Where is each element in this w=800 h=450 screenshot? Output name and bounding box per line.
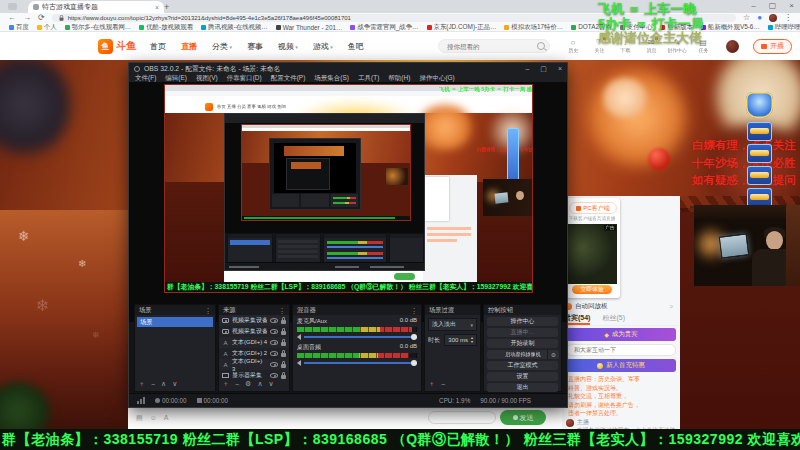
source-row[interactable]: 视频采集设备 2 — [219, 326, 289, 337]
visibility-eye-icon[interactable] — [270, 318, 278, 323]
obs-window[interactable]: OBS 32.0.2 - 配置文件: 未命名 - 场景: 未命名 – ▢ × 文… — [128, 62, 568, 408]
scene-item-selected[interactable]: 场景 — [137, 317, 213, 327]
danmu-settings-icon[interactable]: ▤ — [136, 414, 143, 422]
lock-icon[interactable] — [281, 342, 286, 346]
scene-down-icon[interactable]: ∨ — [172, 380, 177, 388]
bookmark-item[interactable]: 腾讯视频-在线视频… — [201, 23, 268, 32]
visibility-eye-icon[interactable] — [270, 373, 278, 378]
exit-button[interactable]: 退出 — [487, 383, 558, 392]
new-tab-button[interactable]: + — [164, 2, 169, 12]
font-style-icon[interactable]: A — [164, 414, 169, 422]
add-source-icon[interactable]: ＋ — [222, 379, 229, 389]
bookmark-item[interactable]: 优酷-放视频观看 — [139, 23, 193, 32]
nav-esports[interactable]: 赛事 — [247, 41, 263, 52]
visibility-eye-icon[interactable] — [270, 362, 278, 367]
promo-ad-card[interactable]: PC客户端 下载客户端看高清直播 广告 立即体验 — [564, 198, 620, 298]
duration-spinner[interactable]: 300 ms▴▾ — [444, 334, 477, 346]
obs-menu-file[interactable]: 文件(F) — [135, 74, 156, 83]
nav-video[interactable]: 视频 ▾ — [278, 41, 298, 52]
visibility-eye-icon[interactable] — [270, 351, 278, 356]
remove-scene-icon[interactable]: − — [151, 381, 155, 388]
obs-menu-docks[interactable]: 停靠窗口(D) — [227, 74, 262, 83]
source-row[interactable]: A文本(GDI+) 3 — [219, 359, 289, 370]
send-danmaku-button[interactable]: 发送 — [500, 410, 546, 425]
virtual-camera-settings-icon[interactable]: ⚙ — [547, 350, 559, 359]
tab-search-icon[interactable] — [8, 3, 17, 10]
lock-icon[interactable] — [281, 353, 286, 357]
visibility-eye-icon[interactable] — [270, 340, 278, 345]
bookmark-item[interactable]: 个人 — [37, 23, 57, 32]
bookmark-item[interactable]: 战争雷霆官网_战争… — [350, 23, 418, 32]
noble-banner[interactable]: 新人首充特惠 — [566, 359, 676, 372]
bookmark-item[interactable]: 百度 — [9, 23, 29, 32]
bookmark-item[interactable]: War Thunder - 201… — [276, 24, 343, 31]
obs-preview-area[interactable]: 首页 直播 分类 赛事 视频 游戏 鱼吧 — [129, 83, 567, 322]
add-transition-icon[interactable]: ＋ — [428, 379, 435, 389]
remove-source-icon[interactable]: − — [235, 381, 239, 388]
ad-image[interactable]: 广告 — [567, 224, 617, 284]
lock-icon[interactable] — [281, 375, 286, 379]
virtual-camera-button[interactable]: 启动虚拟摄像机⚙ — [487, 350, 558, 359]
chat-input[interactable] — [572, 346, 670, 354]
search-input[interactable] — [445, 42, 533, 51]
obs-menu-action-center[interactable]: 操作中心(G) — [419, 74, 454, 83]
vip-banner[interactable]: ◆成为贵宾 — [566, 328, 676, 341]
nav-live[interactable]: 直播 — [181, 41, 197, 52]
obs-menu-help[interactable]: 帮助(H) — [388, 74, 410, 83]
douyu-logo[interactable]: 鱼 斗鱼 — [98, 39, 136, 54]
start-recording-button[interactable]: 开始录制 — [487, 339, 558, 348]
source-down-icon[interactable]: ∨ — [269, 380, 274, 388]
volume-slider[interactable] — [304, 362, 417, 364]
reload-icon[interactable]: ⟳ — [38, 13, 45, 23]
obs-menu-profile[interactable]: 配置文件(P) — [271, 74, 306, 83]
nav-home[interactable]: 首页 — [150, 41, 166, 52]
nav-yuba[interactable]: 鱼吧 — [348, 41, 364, 52]
remove-transition-icon[interactable]: − — [441, 381, 445, 388]
source-row[interactable]: 视频采集设备 — [219, 315, 289, 326]
back-icon[interactable]: ← — [8, 13, 16, 23]
nav-games[interactable]: 游戏 ▾ — [313, 41, 333, 52]
action-center-button[interactable]: 操作中心 — [487, 317, 558, 326]
obs-minimize-icon[interactable]: – — [525, 65, 529, 73]
obs-maximize-icon[interactable]: ▢ — [540, 65, 547, 73]
nav-category[interactable]: 分类 ▾ — [212, 41, 232, 52]
obs-menu-edit[interactable]: 编辑(E) — [165, 74, 187, 83]
site-search[interactable] — [438, 39, 550, 53]
pc-client-button[interactable]: PC客户端 — [569, 202, 617, 214]
scene-up-icon[interactable]: ∧ — [161, 380, 166, 388]
bookmark-item[interactable]: 模拟农场17特价… — [504, 23, 563, 32]
obs-menu-view[interactable]: 视图(V) — [196, 74, 218, 83]
forward-icon[interactable]: → — [23, 13, 31, 23]
danmaku-input[interactable] — [428, 411, 496, 424]
history-icon[interactable]: ○历史 — [564, 38, 582, 54]
source-settings-icon[interactable]: ⚙ — [245, 380, 251, 388]
lock-icon[interactable] — [281, 364, 286, 368]
sidebar-chat-input[interactable] — [566, 344, 676, 356]
studio-mode-button[interactable]: 工作室模式 — [487, 361, 558, 370]
source-up-icon[interactable]: ∧ — [257, 380, 262, 388]
tab-close-icon[interactable]: × — [155, 4, 159, 11]
add-scene-icon[interactable]: ＋ — [138, 379, 145, 389]
dock-options-icon[interactable]: ⋮ — [205, 307, 211, 314]
replay-row[interactable]: 自动回放板 > — [565, 301, 677, 312]
obs-title-bar[interactable]: OBS 32.0.2 - 配置文件: 未命名 - 场景: 未命名 – ▢ × — [129, 63, 567, 74]
obs-menu-tools[interactable]: 工具(T) — [358, 74, 379, 83]
bookmark-item[interactable]: 京东(JD.COM)-正品… — [427, 23, 497, 32]
transition-select[interactable]: 淡入淡出▾ — [428, 318, 477, 331]
settings-button[interactable]: 设置 — [487, 372, 558, 381]
emoji-icon[interactable]: ☺ — [150, 414, 157, 422]
browser-tab[interactable]: 特古游戏直播专题 × — [28, 1, 164, 13]
source-row[interactable]: A文本(GDI+) 4 — [219, 337, 289, 348]
streaming-status-button[interactable]: 直播中… — [487, 328, 558, 337]
lock-icon[interactable] — [281, 320, 286, 324]
lock-icon[interactable] — [281, 331, 286, 335]
tab-fans[interactable]: 粉丝(5) — [602, 313, 625, 325]
speaker-icon[interactable] — [297, 360, 301, 366]
bookmark-item[interactable]: 鄂尔多-在线观看网… — [65, 23, 132, 32]
visibility-eye-icon[interactable] — [270, 329, 278, 334]
dock-options-icon[interactable]: ⋮ — [411, 307, 417, 314]
dock-options-icon[interactable]: ⋮ — [279, 307, 285, 314]
speaker-icon[interactable] — [297, 334, 301, 340]
ad-try-button[interactable]: 立即体验 — [572, 285, 612, 294]
obs-close-icon[interactable]: × — [558, 65, 562, 73]
